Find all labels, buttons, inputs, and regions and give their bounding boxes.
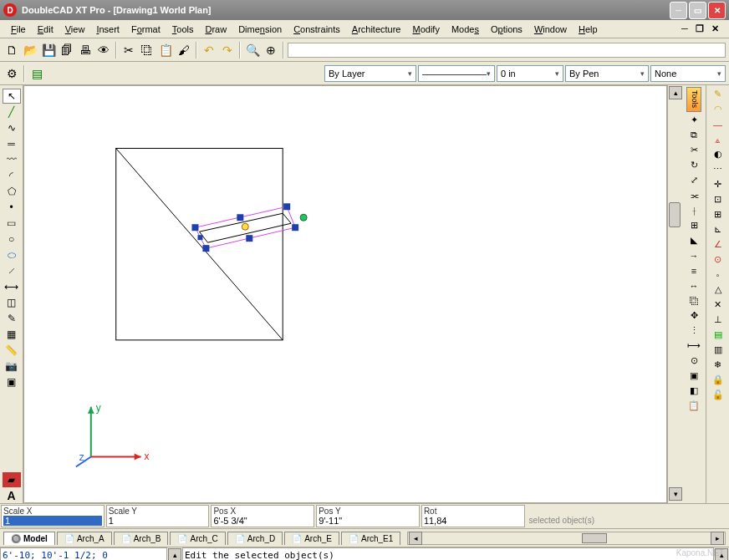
trim-icon[interactable]: ✂ xyxy=(685,143,703,157)
linetype-dropdown[interactable]: ——————— xyxy=(418,65,495,82)
param-rot[interactable]: Rot 11,84 xyxy=(421,505,525,527)
redo-icon[interactable]: ↷ xyxy=(219,42,236,59)
mirror2-icon[interactable]: ⟁ xyxy=(709,132,727,146)
menu-insert[interactable]: Insert xyxy=(90,23,125,36)
copy-icon[interactable]: ⿻ xyxy=(139,42,155,59)
menu-format[interactable]: Format xyxy=(125,23,166,36)
scale-icon[interactable]: ⤢ xyxy=(685,173,703,187)
hscroll-thumb[interactable] xyxy=(582,533,607,543)
stretch-icon[interactable]: ↔ xyxy=(685,278,703,293)
gear-icon[interactable]: ⚙ xyxy=(3,65,20,82)
tab-arch-c[interactable]: 📄 Arch_C xyxy=(170,532,225,545)
explode-icon[interactable]: ✦ xyxy=(685,113,703,127)
zoom-window-icon[interactable]: 🔍 xyxy=(244,42,261,59)
double-line-icon[interactable]: ═ xyxy=(3,136,21,151)
lock-icon[interactable]: 🔒 xyxy=(709,373,727,387)
polyline-icon[interactable]: ∿ xyxy=(3,120,21,135)
doc-close-button[interactable]: ✕ xyxy=(709,23,721,35)
scroll-up-icon[interactable]: ▴ xyxy=(669,86,682,99)
circle-arc-icon[interactable]: ◠ xyxy=(709,102,727,116)
offset-icon[interactable]: ◫ xyxy=(3,295,21,310)
ortho-icon[interactable]: ⊾ xyxy=(709,222,727,237)
print-icon[interactable]: 🖶 xyxy=(77,42,94,59)
command-log[interactable]: Edit the selected object(s) or specify [… xyxy=(182,547,714,560)
move-icon[interactable]: ✥ xyxy=(685,308,703,323)
angle-icon[interactable]: ∠ xyxy=(709,237,727,252)
rectangle-icon[interactable]: ▭ xyxy=(3,216,21,231)
divide-icon[interactable]: ⋮ xyxy=(685,323,703,338)
scroll-down-icon[interactable]: ▾ xyxy=(669,487,682,501)
break-icon[interactable]: ⟊ xyxy=(685,203,703,217)
format-painter-icon[interactable]: 🖌 xyxy=(176,42,192,59)
doc-minimize-button[interactable]: ─ xyxy=(679,23,691,35)
rotate-icon[interactable]: ↻ xyxy=(685,158,703,172)
tools-palette-tab[interactable]: Tools xyxy=(686,87,701,112)
hscroll-right-icon[interactable]: ▸ xyxy=(711,532,724,545)
curve-icon[interactable]: 〰 xyxy=(3,152,21,167)
pen-dropdown[interactable]: By Pen xyxy=(565,65,649,82)
drawing-canvas[interactable]: y x z xyxy=(23,85,667,503)
log-up-icon[interactable]: ▴ xyxy=(715,548,728,560)
flip-icon[interactable]: ◐ xyxy=(709,147,727,161)
tab-arch-e1[interactable]: 📄 Arch_E1 xyxy=(341,532,400,545)
palette-icon[interactable]: ▰ xyxy=(3,472,21,487)
save-all-icon[interactable]: 🗐 xyxy=(59,42,75,59)
layer-icon[interactable]: ▤ xyxy=(28,65,45,82)
param-posx[interactable]: Pos X 6'-5 3/4" xyxy=(211,505,314,527)
undo-icon[interactable]: ↶ xyxy=(201,42,217,59)
extend-icon[interactable]: → xyxy=(685,248,703,262)
unlock-icon[interactable]: 🔓 xyxy=(709,388,727,402)
snap-icon[interactable]: ⊡ xyxy=(709,192,727,206)
chamfer-icon[interactable]: ◣ xyxy=(685,233,703,247)
zoom-extents-icon[interactable]: ⊕ xyxy=(263,42,279,59)
hscroll-left-icon[interactable]: ◂ xyxy=(409,532,422,545)
fillet-icon[interactable]: ⟋ xyxy=(3,263,21,278)
style-dropdown[interactable]: None xyxy=(650,65,726,82)
paste-icon[interactable]: 📋 xyxy=(157,42,174,59)
viewport-icon[interactable]: ▣ xyxy=(3,374,21,389)
doc-restore-button[interactable]: ❐ xyxy=(694,23,706,35)
circle-icon[interactable]: ○ xyxy=(3,232,21,247)
minimize-button[interactable]: ─ xyxy=(670,2,687,19)
menu-modify[interactable]: Modify xyxy=(406,23,445,36)
print-preview-icon[interactable]: 👁 xyxy=(95,42,112,59)
history-list[interactable]: 6'-10; 10'-1 1/2; 0 6'-11 1/4; 9'-10 1/4… xyxy=(0,547,167,560)
point-icon[interactable]: • xyxy=(3,200,21,215)
select-arrow-icon[interactable]: ↖ xyxy=(3,89,21,104)
edit-icon[interactable]: ✎ xyxy=(709,87,727,101)
param-posy[interactable]: Pos Y 9'-11" xyxy=(316,505,420,527)
dimension-icon[interactable]: ⟷ xyxy=(3,279,21,294)
align-icon[interactable]: ≡ xyxy=(685,263,703,277)
measure-icon[interactable]: 📏 xyxy=(3,343,21,358)
param-scaley[interactable]: Scale Y 1 xyxy=(106,505,210,527)
history-up-icon[interactable]: ▴ xyxy=(168,548,181,560)
cut-icon[interactable]: ✂ xyxy=(120,42,137,59)
menu-constraints[interactable]: Constraints xyxy=(288,23,346,36)
menu-dimension[interactable]: Dimension xyxy=(232,23,288,36)
menu-file[interactable]: File xyxy=(5,23,32,36)
save-icon[interactable]: 💾 xyxy=(40,42,57,59)
menu-modes[interactable]: Modes xyxy=(446,23,485,36)
node-edit-icon[interactable]: ⊙ xyxy=(685,354,703,368)
scroll-thumb[interactable] xyxy=(669,202,681,227)
search-box[interactable] xyxy=(288,43,726,58)
menu-architecture[interactable]: Architecture xyxy=(346,23,407,36)
text-icon[interactable]: A xyxy=(3,488,21,503)
menu-tools[interactable]: Tools xyxy=(166,23,200,36)
hatch-icon[interactable]: ▦ xyxy=(3,327,21,342)
menu-view[interactable]: View xyxy=(59,23,91,36)
open-icon[interactable]: 📂 xyxy=(22,42,38,59)
menu-options[interactable]: Options xyxy=(485,23,528,36)
ellipse-icon[interactable]: ⬭ xyxy=(3,247,21,262)
param-scalex[interactable]: Scale X 1 xyxy=(1,505,105,527)
polygon-icon[interactable]: ⬠ xyxy=(3,184,21,199)
end-snap-icon[interactable]: ◦ xyxy=(709,267,727,282)
perp-snap-icon[interactable]: ⊥ xyxy=(709,313,727,327)
arc-icon[interactable]: ◜ xyxy=(3,168,21,183)
line-icon[interactable]: ╱ xyxy=(3,104,21,120)
menu-edit[interactable]: Edit xyxy=(32,23,59,36)
close-button[interactable]: ✕ xyxy=(708,2,726,19)
tab-arch-b[interactable]: 📄 Arch_B xyxy=(114,532,169,545)
array-icon[interactable]: ⊞ xyxy=(685,218,703,232)
tab-arch-e[interactable]: 📄 Arch_E xyxy=(284,532,339,545)
